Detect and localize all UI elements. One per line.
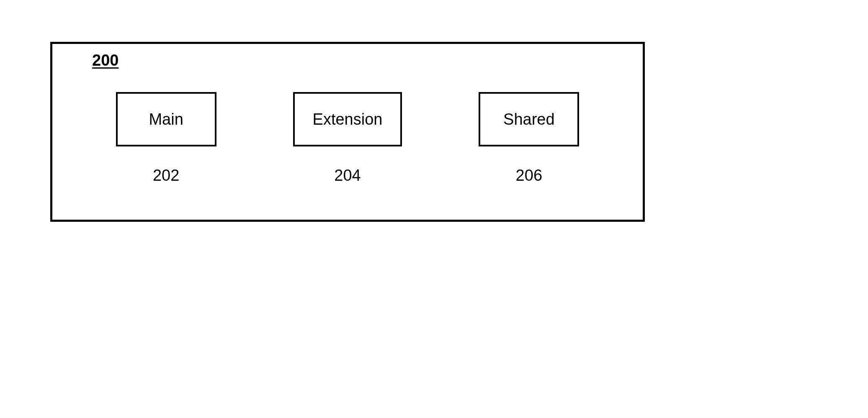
block-column: Extension 204 <box>293 92 402 185</box>
block-shared: Shared <box>479 92 579 146</box>
block-extension: Extension <box>293 92 402 146</box>
block-column: Main 202 <box>116 92 216 185</box>
figure-number: 200 <box>92 51 118 69</box>
block-main: Main <box>116 92 216 146</box>
block-ref: 206 <box>516 167 542 185</box>
diagram-container: 200 Main 202 Extension 204 Shared 206 <box>50 42 645 222</box>
block-column: Shared 206 <box>479 92 579 185</box>
block-ref: 202 <box>153 167 179 185</box>
block-row: Main 202 Extension 204 Shared 206 <box>52 92 643 185</box>
block-ref: 204 <box>334 167 361 185</box>
